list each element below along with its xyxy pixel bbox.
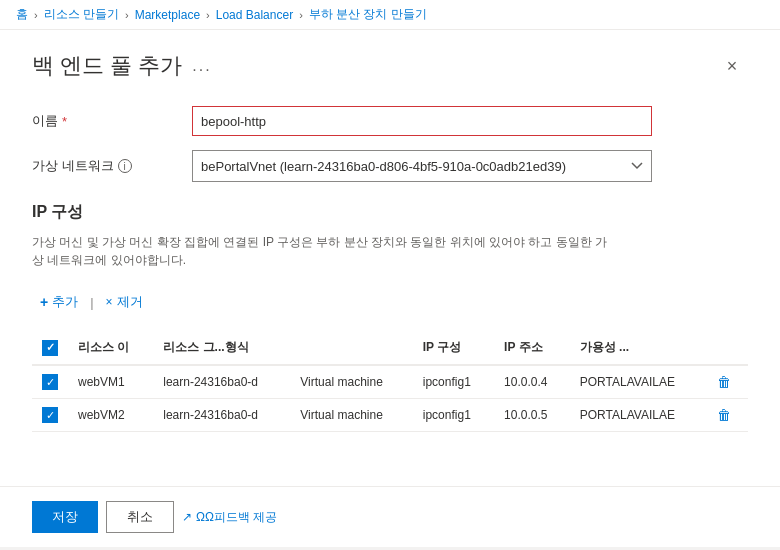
row1-delete-icon[interactable]: 🗑 — [717, 374, 731, 390]
breadcrumb-resource-create[interactable]: 리소스 만들기 — [44, 6, 119, 23]
row2-type: Virtual machine — [290, 399, 412, 432]
name-row: 이름 * — [32, 106, 748, 136]
close-button[interactable]: × — [716, 50, 748, 82]
col-resource: 리소스 이 — [68, 331, 153, 365]
ip-section: IP 구성 가상 머신 및 가상 머신 확장 집합에 연결된 IP 구성은 부하… — [32, 202, 748, 269]
breadcrumb-marketplace[interactable]: Marketplace — [135, 8, 200, 22]
remove-label: 제거 — [117, 293, 143, 311]
row2-resource: webVM2 — [68, 399, 153, 432]
breadcrumb-load-balancer[interactable]: Load Balancer — [216, 8, 293, 22]
header-checkbox-cell: ✓ — [32, 331, 68, 365]
sep-1: › — [34, 9, 38, 21]
col-ip-config: IP 구성 — [413, 331, 494, 365]
content-area: 백 엔드 풀 추가 ... × 이름 * 가상 네트워크 i — [32, 50, 748, 492]
panel-title: 백 엔드 풀 추가 ... — [32, 51, 212, 81]
feedback-icon: ↗ — [182, 510, 192, 524]
add-icon: + — [40, 294, 48, 310]
action-bar: + 추가 | × 제거 — [32, 289, 748, 315]
row1-ip-config: ipconfig1 — [413, 365, 494, 399]
breadcrumb-bar: 홈 › 리소스 만들기 › Marketplace › Load Balance… — [0, 0, 780, 30]
vnet-control: bePortalVnet (learn-24316ba0-d806-4bf5-9… — [192, 150, 652, 182]
row2-checkbox[interactable]: ✓ — [42, 407, 58, 423]
vnet-select[interactable]: bePortalVnet (learn-24316ba0-d806-4bf5-9… — [192, 150, 652, 182]
row1-resource-group: learn-24316ba0-d — [153, 365, 290, 399]
row2-ip-address: 10.0.0.5 — [494, 399, 570, 432]
form-section: 이름 * 가상 네트워크 i bePortalVnet (learn-24316… — [32, 106, 748, 182]
resources-table: ✓ 리소스 이 리소스 그...형식 IP 구성 IP 주소 가용성 ... — [32, 331, 748, 432]
row1-checkbox[interactable]: ✓ — [42, 374, 58, 390]
add-button[interactable]: + 추가 — [32, 289, 86, 315]
row2-resource-group: learn-24316ba0-d — [153, 399, 290, 432]
vnet-info-icon[interactable]: i — [118, 159, 132, 173]
row1-ip-address: 10.0.0.4 — [494, 365, 570, 399]
panel-header: 백 엔드 풀 추가 ... × — [32, 50, 748, 82]
sep-2: › — [125, 9, 129, 21]
panel: 백 엔드 풀 추가 ... × 이름 * 가상 네트워크 i — [0, 30, 780, 547]
row2-check-mark: ✓ — [46, 410, 55, 421]
row2-availability: PORTALAVAILAE — [570, 399, 708, 432]
col-availability: 가용성 ... — [570, 331, 708, 365]
sep-4: › — [299, 9, 303, 21]
footer-bar: 저장 취소 ↗ ΩΩ피드백 제공 — [0, 486, 780, 547]
row1-delete-cell: 🗑 — [707, 365, 748, 399]
ip-section-desc: 가상 머신 및 가상 머신 확장 집합에 연결된 IP 구성은 부하 분산 장치… — [32, 233, 612, 269]
feedback-link[interactable]: ↗ ΩΩ피드백 제공 — [182, 509, 277, 526]
row2-delete-icon[interactable]: 🗑 — [717, 407, 731, 423]
cancel-button[interactable]: 취소 — [106, 501, 174, 533]
name-input[interactable] — [192, 106, 652, 136]
table-row: ✓ webVM1 learn-24316ba0-d Virtual machin… — [32, 365, 748, 399]
vnet-label: 가상 네트워크 i — [32, 157, 192, 175]
remove-icon: × — [106, 295, 113, 309]
row1-availability: PORTALAVAILAE — [570, 365, 708, 399]
col-type — [290, 331, 412, 365]
required-star: * — [62, 114, 67, 129]
panel-title-ellipsis: ... — [192, 57, 211, 75]
row2-ip-config: ipconfig1 — [413, 399, 494, 432]
save-button[interactable]: 저장 — [32, 501, 98, 533]
row1-resource: webVM1 — [68, 365, 153, 399]
header-checkbox[interactable]: ✓ — [42, 340, 58, 356]
add-label: 추가 — [52, 293, 78, 311]
separator: | — [90, 295, 93, 310]
row1-type: Virtual machine — [290, 365, 412, 399]
row2-checkbox-cell: ✓ — [32, 399, 68, 432]
row1-checkbox-cell: ✓ — [32, 365, 68, 399]
table-header-row: ✓ 리소스 이 리소스 그...형식 IP 구성 IP 주소 가용성 ... — [32, 331, 748, 365]
table-row: ✓ webVM2 learn-24316ba0-d Virtual machin… — [32, 399, 748, 432]
name-label: 이름 * — [32, 112, 192, 130]
breadcrumb-current: 부하 분산 장치 만들기 — [309, 6, 427, 23]
vnet-row: 가상 네트워크 i bePortalVnet (learn-24316ba0-d… — [32, 150, 748, 182]
panel-title-text: 백 엔드 풀 추가 — [32, 51, 182, 81]
col-resource-group: 리소스 그...형식 — [153, 331, 290, 365]
name-control — [192, 106, 652, 136]
breadcrumb-home[interactable]: 홈 — [16, 6, 28, 23]
col-ip-address: IP 주소 — [494, 331, 570, 365]
row2-delete-cell: 🗑 — [707, 399, 748, 432]
remove-button[interactable]: × 제거 — [98, 289, 151, 315]
ip-section-title: IP 구성 — [32, 202, 748, 223]
feedback-label: ΩΩ피드백 제공 — [196, 509, 277, 526]
sep-3: › — [206, 9, 210, 21]
row1-check-mark: ✓ — [46, 377, 55, 388]
col-delete — [707, 331, 748, 365]
header-check-mark: ✓ — [46, 341, 55, 354]
